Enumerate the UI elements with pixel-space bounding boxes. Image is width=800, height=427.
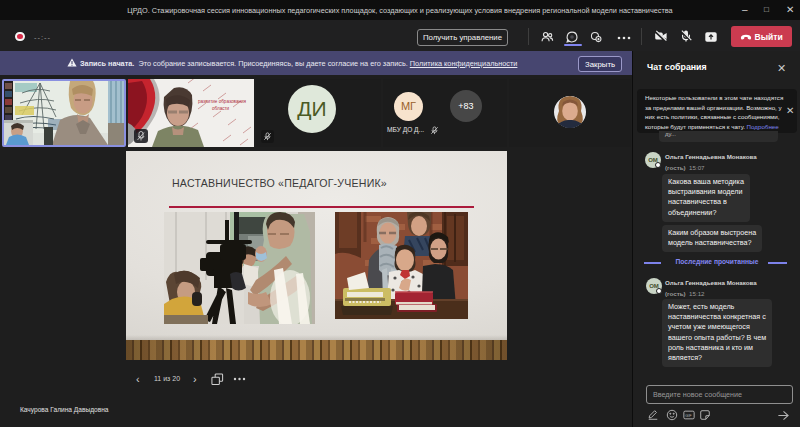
svg-text:GIF: GIF <box>685 414 692 418</box>
svg-text:развитие образования: развитие образования <box>198 99 247 104</box>
svg-text:области: области <box>212 106 230 111</box>
